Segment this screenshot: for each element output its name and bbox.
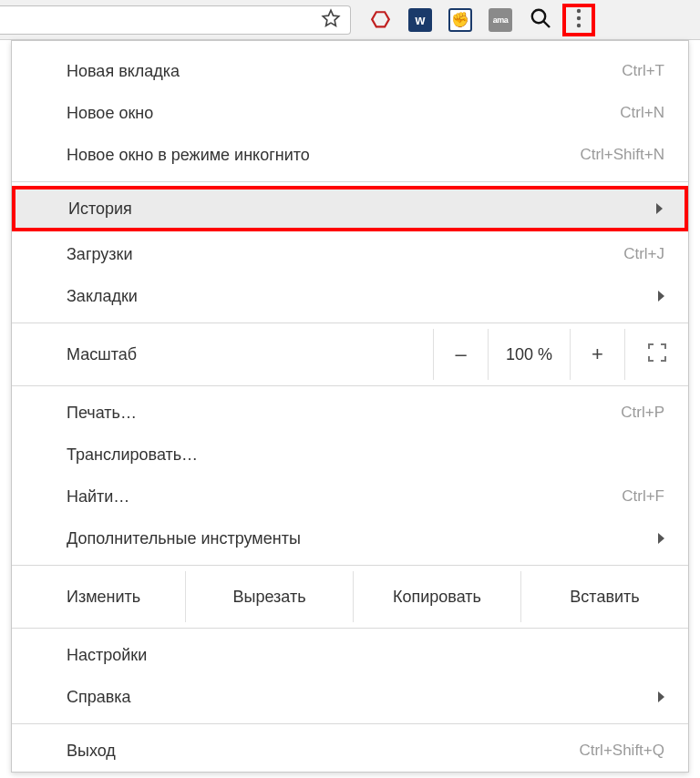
zoom-out-button[interactable]: – bbox=[433, 329, 488, 380]
cut-button[interactable]: Вырезать bbox=[185, 571, 353, 622]
browser-toolbar: ⎔ w ✊ ama bbox=[0, 0, 700, 40]
menu-item-exit[interactable]: Выход Ctrl+Shift+Q bbox=[12, 730, 688, 772]
menu-shortcut: Ctrl+F bbox=[622, 487, 664, 506]
fullscreen-icon bbox=[647, 343, 667, 367]
menu-shortcut: Ctrl+N bbox=[620, 104, 664, 122]
chevron-right-icon bbox=[658, 533, 664, 544]
menu-separator bbox=[12, 385, 688, 386]
svg-point-4 bbox=[577, 23, 581, 26]
fullscreen-button[interactable] bbox=[624, 329, 688, 380]
menu-item-history[interactable]: История bbox=[14, 188, 686, 230]
chevron-right-icon bbox=[656, 203, 663, 214]
menu-label: Дополнительные инструменты bbox=[67, 529, 301, 548]
fist-extension-button[interactable]: ✊ bbox=[440, 2, 480, 38]
svg-line-1 bbox=[544, 21, 551, 27]
menu-label: Справка bbox=[67, 688, 131, 707]
fist-icon: ✊ bbox=[448, 8, 472, 32]
zoom-value: 100 % bbox=[488, 329, 570, 380]
vk-extension-button[interactable]: w bbox=[400, 2, 440, 38]
menu-separator bbox=[12, 565, 688, 566]
menu-shortcut: Ctrl+Shift+Q bbox=[579, 742, 664, 760]
search-button[interactable] bbox=[520, 2, 561, 38]
search-icon bbox=[530, 7, 551, 33]
menu-label: Новая вкладка bbox=[67, 62, 180, 81]
menu-item-more-tools[interactable]: Дополнительные инструменты bbox=[12, 517, 688, 559]
chevron-right-icon bbox=[658, 691, 664, 702]
menu-shortcut: Ctrl+Shift+N bbox=[580, 146, 664, 164]
menu-separator bbox=[12, 723, 688, 724]
menu-label: Печать… bbox=[67, 404, 137, 423]
menu-label: Новое окно в режиме инкогнито bbox=[67, 146, 310, 165]
menu-separator bbox=[12, 322, 688, 323]
copy-button[interactable]: Копировать bbox=[353, 571, 520, 622]
ama-icon: ama bbox=[489, 8, 512, 32]
menu-label: Транслировать… bbox=[67, 445, 198, 465]
main-menu-dropdown: Новая вкладка Ctrl+T Новое окно Ctrl+N Н… bbox=[11, 40, 689, 773]
menu-label: Загрузки bbox=[67, 245, 132, 264]
menu-item-new-window[interactable]: Новое окно Ctrl+N bbox=[12, 92, 688, 134]
more-vertical-icon bbox=[576, 8, 582, 32]
bookmark-star-icon[interactable] bbox=[321, 8, 341, 32]
menu-label: Выход bbox=[67, 742, 116, 761]
toolbar-extensions: ⎔ w ✊ ama bbox=[360, 2, 597, 38]
svg-point-3 bbox=[577, 15, 581, 19]
svg-point-2 bbox=[577, 8, 581, 12]
menu-label: Найти… bbox=[67, 487, 129, 507]
menu-item-zoom: Масштаб – 100 % + bbox=[12, 329, 688, 380]
menu-shortcut: Ctrl+T bbox=[622, 62, 664, 80]
menu-label: Закладки bbox=[67, 287, 138, 306]
svg-point-0 bbox=[532, 9, 545, 22]
menu-item-new-tab[interactable]: Новая вкладка Ctrl+T bbox=[12, 50, 688, 92]
paste-button[interactable]: Вставить bbox=[520, 571, 688, 622]
edit-label: Изменить bbox=[12, 571, 185, 622]
menu-item-downloads[interactable]: Загрузки Ctrl+J bbox=[12, 233, 688, 275]
address-bar[interactable] bbox=[0, 5, 351, 35]
menu-label: История bbox=[68, 200, 132, 219]
menu-shortcut: Ctrl+P bbox=[621, 404, 664, 422]
menu-label: Новое окно bbox=[67, 104, 153, 123]
ublock-icon: ⎔ bbox=[368, 8, 392, 32]
menu-item-settings[interactable]: Настройки bbox=[12, 634, 688, 676]
menu-separator bbox=[12, 628, 688, 629]
ama-extension-button[interactable]: ama bbox=[480, 2, 520, 38]
menu-item-cast[interactable]: Транслировать… bbox=[12, 434, 688, 476]
menu-shortcut: Ctrl+J bbox=[623, 245, 664, 263]
menu-label: Настройки bbox=[67, 646, 147, 665]
menu-separator bbox=[12, 181, 688, 182]
ublock-extension-button[interactable]: ⎔ bbox=[360, 2, 400, 38]
main-menu-button[interactable] bbox=[562, 4, 595, 36]
menu-item-incognito[interactable]: Новое окно в режиме инкогнито Ctrl+Shift… bbox=[12, 134, 688, 176]
menu-item-bookmarks[interactable]: Закладки bbox=[12, 275, 688, 317]
zoom-label: Масштаб bbox=[12, 345, 433, 364]
menu-item-help[interactable]: Справка bbox=[12, 676, 688, 718]
menu-item-print[interactable]: Печать… Ctrl+P bbox=[12, 392, 688, 434]
menu-item-find[interactable]: Найти… Ctrl+F bbox=[12, 476, 688, 517]
chevron-right-icon bbox=[658, 291, 664, 302]
menu-item-edit: Изменить Вырезать Копировать Вставить bbox=[12, 571, 688, 622]
vk-icon: w bbox=[408, 8, 432, 32]
zoom-in-button[interactable]: + bbox=[570, 329, 624, 380]
